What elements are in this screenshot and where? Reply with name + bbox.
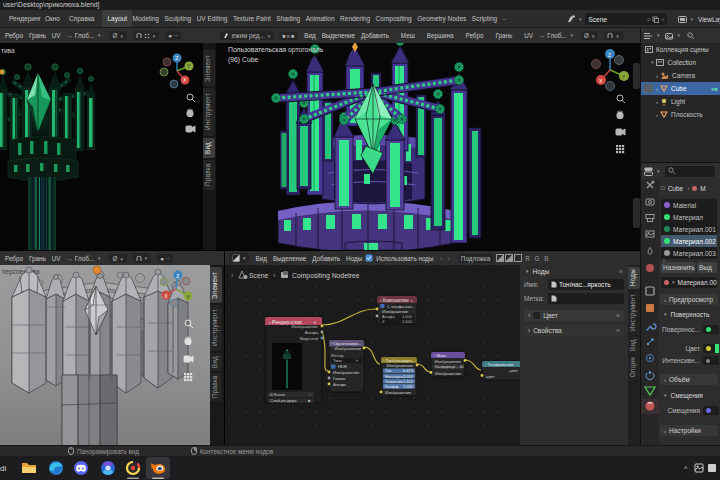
svg-text:Z: Z bbox=[608, 52, 611, 58]
svg-text:Изображение: Изображение bbox=[333, 370, 360, 375]
svg-text:Вид/слой: Вид/слой bbox=[300, 336, 319, 341]
svg-text:›: › bbox=[231, 272, 234, 279]
svg-text:Альфа: Альфа bbox=[305, 330, 319, 335]
svg-text:^: ^ bbox=[684, 465, 688, 472]
svg-text:Гамма: Гамма bbox=[333, 376, 346, 381]
svg-text:Изображение: Изображение bbox=[385, 390, 412, 395]
svg-text:1.000: 1.000 bbox=[403, 384, 414, 389]
svg-text:Z: Z bbox=[176, 273, 179, 279]
svg-text:Коэффици... 40: Коэффици... 40 bbox=[435, 364, 465, 369]
svg-text:›: › bbox=[273, 272, 276, 279]
svg-text:› Микс: › Микс bbox=[434, 353, 448, 358]
svg-text:HDR: HDR bbox=[338, 364, 347, 369]
svg-text:› Тонирование: › Тонирование bbox=[485, 362, 514, 367]
svg-text:Пользовательская ортогональ: Пользовательская ортогональ bbox=[228, 46, 324, 54]
svg-text:◘ Scene: ◘ Scene bbox=[270, 392, 286, 397]
svg-text:Изображение: Изображение bbox=[435, 359, 462, 364]
svg-text:› Композитинг: › Композитинг bbox=[380, 298, 409, 303]
svg-text:цвет: цвет bbox=[509, 368, 518, 373]
svg-text:▼: ▼ bbox=[355, 358, 359, 363]
svg-text:Изображение: Изображение bbox=[292, 324, 319, 329]
svg-text:◐: ◐ bbox=[411, 298, 414, 303]
svg-text:Изображение: Изображение bbox=[387, 363, 414, 368]
svg-text:цвет: цвет bbox=[486, 374, 495, 379]
svg-text:Изображение: Изображение bbox=[435, 371, 462, 376]
svg-text:di: di bbox=[0, 464, 6, 473]
svg-text:1.000: 1.000 bbox=[402, 319, 413, 324]
svg-text:Слой рендера: Слой рендера bbox=[270, 398, 297, 403]
svg-text:Тона: Тона bbox=[333, 358, 343, 363]
svg-text:Z: Z bbox=[175, 55, 178, 61]
svg-text:Изображение: Изображение bbox=[335, 346, 362, 351]
svg-text:(96) Cube: (96) Cube bbox=[228, 56, 258, 64]
svg-text:Scene: Scene bbox=[249, 272, 268, 279]
svg-text:Альфа: Альфа bbox=[333, 382, 347, 387]
svg-text:Compositing Nodetree: Compositing Nodetree bbox=[292, 272, 360, 280]
svg-text:Коэфф.: Коэфф. bbox=[385, 384, 399, 389]
svg-text:Метод:: Метод: bbox=[331, 353, 344, 358]
svg-text:тива: тива bbox=[1, 47, 15, 54]
svg-text:С альфа-кан...: С альфа-кан... bbox=[387, 304, 415, 309]
